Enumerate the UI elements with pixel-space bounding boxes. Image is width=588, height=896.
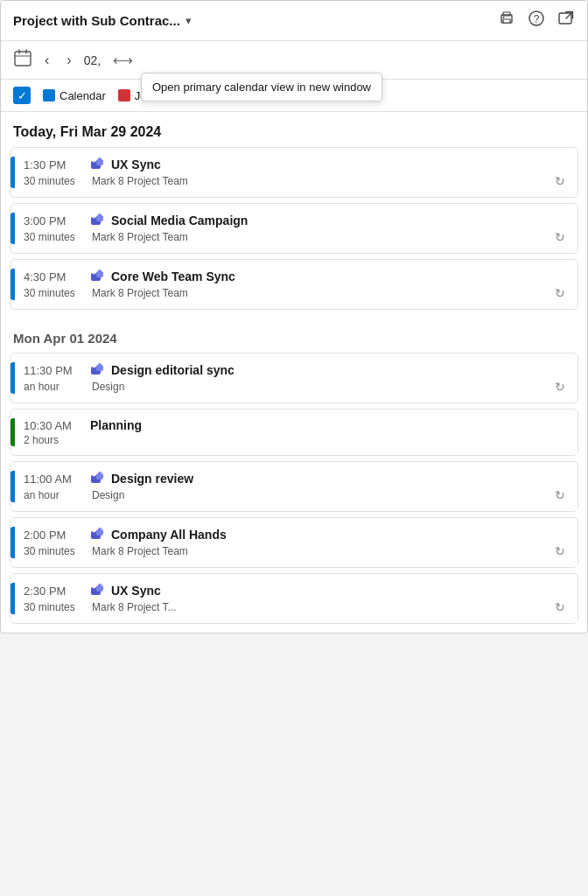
teams-icon bbox=[90, 362, 106, 378]
event-body: 11:30 PM Design editorial sync an hour D… bbox=[24, 362, 569, 394]
event-subtitle: Mark 8 Project Team bbox=[92, 175, 188, 187]
event-bottom-row: an hour Design ↻ bbox=[24, 488, 569, 502]
event-top-row: 4:30 PM Core Web Team Sync bbox=[24, 269, 569, 284]
svg-point-27 bbox=[93, 473, 96, 477]
teams-icon bbox=[90, 157, 106, 172]
open-new-window-icon[interactable] bbox=[557, 10, 575, 32]
teams-icon bbox=[90, 527, 106, 542]
event-card[interactable]: 10:30 AM Planning 2 hours bbox=[10, 409, 578, 456]
event-top-row: 11:30 PM Design editorial sync bbox=[24, 362, 569, 378]
teams-icon bbox=[90, 213, 106, 228]
event-duration: an hour bbox=[24, 381, 85, 393]
today-events: 1:30 PM UX Sync 30 minutes Mark 8 Projec… bbox=[1, 147, 587, 318]
calendar-color-dot bbox=[43, 89, 55, 102]
prev-nav-button[interactable]: ‹ bbox=[39, 51, 54, 70]
today-date-header: Today, Fri Mar 29 2024 bbox=[1, 112, 587, 147]
event-body: 2:00 PM Company All Hands 30 minutes Mar… bbox=[24, 527, 569, 558]
svg-rect-7 bbox=[15, 52, 31, 66]
event-stripe bbox=[10, 527, 15, 558]
svg-point-30 bbox=[98, 528, 102, 531]
toolbar: ‹ › 02, ⟷ Open primary calendar view in … bbox=[1, 41, 587, 80]
svg-point-14 bbox=[98, 214, 102, 217]
event-title: UX Sync bbox=[111, 158, 161, 172]
refresh-icon[interactable]: ↻ bbox=[555, 544, 565, 558]
refresh-icon[interactable]: ↻ bbox=[555, 488, 565, 502]
refresh-icon[interactable]: ↻ bbox=[555, 174, 565, 188]
event-top-row: 10:30 AM Planning bbox=[24, 418, 569, 432]
select-all-checkbox[interactable]: ✓ bbox=[13, 87, 31, 104]
teams-icon bbox=[90, 471, 106, 486]
event-title: Core Web Team Sync bbox=[111, 270, 235, 284]
event-subtitle: Design bbox=[92, 489, 124, 501]
event-body: 11:00 AM Design review an hour Design bbox=[24, 471, 569, 502]
teams-icon bbox=[90, 583, 106, 598]
svg-rect-2 bbox=[503, 19, 510, 23]
event-card[interactable]: 2:00 PM Company All Hands 30 minutes Mar… bbox=[10, 517, 578, 568]
event-title: Design review bbox=[111, 472, 193, 486]
event-card[interactable]: 11:30 PM Design editorial sync an hour D… bbox=[10, 353, 578, 403]
event-bottom-row: 30 minutes Mark 8 Project Team ↻ bbox=[24, 544, 569, 558]
tooltip: Open primary calendar view in new window bbox=[141, 73, 382, 102]
event-time: 10:30 AM bbox=[24, 419, 85, 432]
refresh-icon[interactable]: ↻ bbox=[555, 600, 565, 614]
svg-point-31 bbox=[93, 529, 96, 533]
teams-icon bbox=[90, 269, 106, 284]
mon-date-header: Mon Apr 01 2024 bbox=[1, 318, 587, 353]
svg-text:?: ? bbox=[534, 13, 540, 25]
svg-point-35 bbox=[93, 585, 96, 589]
date-range-display: 02, bbox=[84, 53, 101, 67]
event-body: 4:30 PM Core Web Team Sync 30 minutes Ma… bbox=[24, 269, 569, 300]
help-icon[interactable]: ? bbox=[528, 10, 545, 32]
title-bar: Project with Sub Contrac... ▾ ? bbox=[1, 1, 587, 41]
svg-point-18 bbox=[98, 270, 102, 273]
app-window: Project with Sub Contrac... ▾ ? bbox=[0, 0, 588, 634]
event-duration: 30 minutes bbox=[24, 175, 85, 187]
next-nav-button[interactable]: › bbox=[61, 51, 76, 70]
event-time: 11:00 AM bbox=[24, 472, 85, 486]
event-top-row: 1:30 PM UX Sync bbox=[24, 157, 569, 172]
event-body: 2:30 PM UX Sync 30 minutes Mark 8 Projec… bbox=[24, 583, 569, 614]
refresh-icon[interactable]: ↻ bbox=[555, 286, 565, 300]
svg-point-3 bbox=[503, 17, 505, 18]
event-duration: an hour bbox=[24, 489, 85, 501]
event-card[interactable]: 3:00 PM Social Media Campaign 30 minutes… bbox=[10, 203, 578, 254]
event-subtitle: Mark 8 Project Team bbox=[92, 231, 188, 243]
event-subtitle: Mark 8 Project T... bbox=[92, 601, 176, 613]
event-time: 4:30 PM bbox=[24, 270, 85, 284]
event-body: 10:30 AM Planning 2 hours bbox=[24, 418, 569, 446]
refresh-icon[interactable]: ↻ bbox=[555, 380, 565, 394]
expand-icon: ⟷ bbox=[113, 52, 133, 68]
calendar-icon bbox=[13, 48, 32, 72]
event-card[interactable]: 4:30 PM Core Web Team Sync 30 minutes Ma… bbox=[10, 259, 578, 310]
event-title: Company All Hands bbox=[111, 528, 227, 542]
window-title: Project with Sub Contrac... bbox=[13, 13, 180, 28]
event-bottom-row: an hour Design ↻ bbox=[24, 380, 569, 394]
svg-point-11 bbox=[93, 159, 96, 163]
event-duration: 30 minutes bbox=[24, 601, 85, 613]
event-top-row: 2:00 PM Company All Hands bbox=[24, 527, 569, 542]
mon-events: 11:30 PM Design editorial sync an hour D… bbox=[1, 353, 587, 633]
event-subtitle: Mark 8 Project Team bbox=[92, 545, 188, 557]
svg-point-26 bbox=[98, 472, 102, 475]
svg-point-34 bbox=[98, 584, 102, 587]
title-bar-left: Project with Sub Contrac... ▾ bbox=[13, 13, 192, 28]
event-subtitle: Mark 8 Project Team bbox=[92, 287, 188, 299]
refresh-icon[interactable]: ↻ bbox=[555, 230, 565, 244]
chevron-down-icon[interactable]: ▾ bbox=[186, 14, 192, 27]
event-bottom-row: 30 minutes Mark 8 Project T... ↻ bbox=[24, 600, 569, 614]
svg-point-10 bbox=[98, 158, 102, 161]
event-time: 1:30 PM bbox=[24, 158, 85, 172]
print-icon[interactable] bbox=[498, 10, 515, 32]
event-title: Planning bbox=[90, 418, 142, 432]
event-stripe bbox=[10, 583, 15, 614]
joint-color-dot bbox=[118, 89, 130, 102]
event-time: 11:30 PM bbox=[24, 364, 85, 377]
event-body: 3:00 PM Social Media Campaign 30 minutes… bbox=[24, 213, 569, 244]
event-card[interactable]: 1:30 PM UX Sync 30 minutes Mark 8 Projec… bbox=[10, 147, 578, 198]
event-card[interactable]: 2:30 PM UX Sync 30 minutes Mark 8 Projec… bbox=[10, 573, 578, 624]
event-body: 1:30 PM UX Sync 30 minutes Mark 8 Projec… bbox=[24, 157, 569, 188]
svg-point-19 bbox=[93, 271, 96, 275]
event-card[interactable]: 11:00 AM Design review an hour Design bbox=[10, 461, 578, 512]
event-stripe bbox=[10, 269, 15, 300]
event-duration: 2 hours bbox=[24, 434, 85, 446]
